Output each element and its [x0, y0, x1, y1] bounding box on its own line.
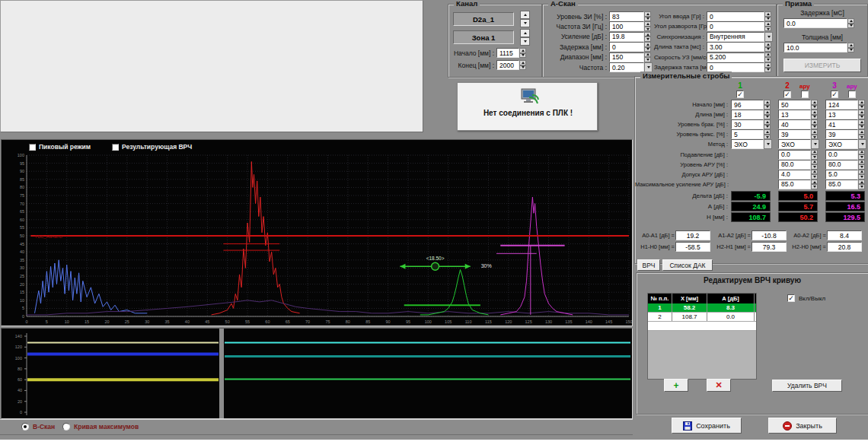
- strobe-r7c1-spinner[interactable]: [811, 170, 818, 180]
- peak-mode-checkbox[interactable]: [29, 144, 36, 151]
- ascan-chart[interactable]: 0510152025303540455055606570758085909510…: [1, 139, 633, 326]
- strobe-r4c2-dropdown-icon[interactable]: [858, 139, 866, 149]
- strobe-row-0-col2-field[interactable]: 50: [778, 100, 811, 110]
- ascan-r2-dropdown-icon[interactable]: [764, 32, 773, 42]
- strobe-row-3-col2-field[interactable]: 39: [778, 129, 811, 139]
- ascan-r0-spinner[interactable]: [764, 11, 771, 21]
- strobe-r7c2-spinner[interactable]: [858, 170, 865, 180]
- vrc-table-row[interactable]: 2108.70.0: [648, 313, 756, 322]
- ascan-r1-spinner[interactable]: [764, 21, 771, 31]
- ascan-l3-spinner[interactable]: [644, 42, 651, 52]
- save-button[interactable]: Сохранить: [672, 418, 742, 434]
- strobe-r6c1-spinner[interactable]: [811, 160, 818, 170]
- strobe-row-7-col2-field[interactable]: 4.0: [778, 170, 811, 180]
- strobe-row-6-col2-field[interactable]: 80.0: [778, 160, 811, 170]
- zone-spin-down-icon[interactable]: [520, 37, 530, 46]
- channel-start-spinner[interactable]: [519, 48, 526, 58]
- zone-spinner[interactable]: [520, 29, 530, 46]
- strobe-3-aru-checkbox[interactable]: [848, 91, 856, 98]
- ascan-l3-field[interactable]: 0: [609, 42, 644, 52]
- bscan-radio[interactable]: [21, 423, 29, 431]
- diff-0-0-field[interactable]: 19.2: [675, 230, 710, 240]
- strobe-r3c1-spinner[interactable]: [811, 129, 818, 139]
- tab-vrc[interactable]: ВРЧ: [637, 259, 660, 271]
- prism-delay-field[interactable]: 0.0: [783, 18, 847, 28]
- ascan-l2-spinner[interactable]: [644, 32, 651, 42]
- strobe-r4c1-dropdown-icon[interactable]: [811, 139, 819, 149]
- strobe-row-8-col2-field[interactable]: 85.0: [778, 180, 811, 189]
- strobe-row-1-col3-field[interactable]: 13: [825, 110, 858, 119]
- prism-thickness-spinner[interactable]: [847, 43, 854, 52]
- channel-spin-down-icon[interactable]: [520, 19, 530, 27]
- ascan-r3-field[interactable]: 3.00: [707, 42, 764, 52]
- close-button[interactable]: Закрыть: [768, 418, 837, 434]
- vrc-delete-button[interactable]: Удалить ВРЧ: [772, 380, 842, 392]
- strobe-row-7-col3-field[interactable]: 5.0: [825, 170, 858, 180]
- strobe-row-5-col2-field[interactable]: 0.0: [778, 150, 811, 160]
- strobe-r5c2-spinner[interactable]: [858, 150, 865, 160]
- ascan-r1-field[interactable]: 0: [707, 21, 764, 31]
- channel-start-field[interactable]: 1115: [496, 48, 519, 58]
- ascan-r3-spinner[interactable]: [764, 42, 771, 52]
- strobe-row-0-col1-field[interactable]: 96: [731, 100, 764, 110]
- strobe-row-8-col3-field[interactable]: 85.0: [825, 180, 858, 189]
- diff-0-1-field[interactable]: -10.8: [752, 230, 787, 240]
- strobe-r3c2-spinner[interactable]: [858, 129, 865, 139]
- vrc-table[interactable]: № п.п.X [мм]А [дБ]158.28.32108.70.0: [647, 293, 757, 380]
- ascan-l5-field[interactable]: 0.20: [609, 62, 644, 72]
- vrc-remove-point-button[interactable]: ✕: [707, 379, 731, 392]
- strobe-row-1-col2-field[interactable]: 13: [778, 110, 811, 119]
- result-vrc-checkbox[interactable]: [112, 144, 119, 151]
- strobe-r0c1-spinner[interactable]: [811, 100, 818, 110]
- bscan-chart[interactable]: 020406080100120140: [1, 328, 633, 419]
- strobe-r2c2-spinner[interactable]: [858, 119, 865, 129]
- channel-end-spinner[interactable]: [519, 60, 526, 70]
- channel-spinner[interactable]: [520, 11, 530, 27]
- ascan-r0-field[interactable]: 0: [707, 11, 764, 21]
- diff-1-1-field[interactable]: 79.3: [752, 242, 787, 252]
- strobe-r6c2-spinner[interactable]: [858, 160, 865, 170]
- strobe-2-aru-checkbox[interactable]: [801, 91, 809, 98]
- diff-1-0-field[interactable]: -58.5: [675, 242, 710, 252]
- strobe-row-2-col1-field[interactable]: 30: [731, 119, 764, 129]
- channel-spin-up-icon[interactable]: [520, 11, 530, 19]
- strobe-row-2-col2-field[interactable]: 40: [778, 119, 811, 129]
- diff-0-2-field[interactable]: 8.4: [827, 230, 862, 240]
- strobe-r2c1-spinner[interactable]: [811, 119, 818, 129]
- zone-spin-up-icon[interactable]: [520, 29, 530, 37]
- vrc-enable-checkbox[interactable]: ✓: [787, 294, 795, 302]
- strobe-r8c2-spinner[interactable]: [858, 180, 865, 189]
- strobe-row-6-col3-field[interactable]: 80.0: [825, 160, 858, 170]
- ascan-r4-field[interactable]: 5.200: [707, 52, 764, 62]
- strobe-row-0-col3-field[interactable]: 124: [825, 100, 858, 110]
- ascan-l0-field[interactable]: 83: [609, 11, 644, 21]
- strobe-r8c1-spinner[interactable]: [811, 180, 818, 189]
- diff-1-2-field[interactable]: 20.8: [827, 242, 862, 252]
- ascan-l0-spinner[interactable]: [644, 11, 651, 21]
- measure-button[interactable]: ИЗМЕРИТЬ: [783, 59, 861, 72]
- vrc-table-row[interactable]: 158.28.3: [648, 303, 756, 313]
- zone-selector[interactable]: Зона 1: [453, 30, 514, 44]
- strobe-r1c1-spinner[interactable]: [811, 110, 818, 119]
- strobe-row-4-col1-field[interactable]: ЭХО: [731, 139, 764, 149]
- strobe-row-3-col1-field[interactable]: 5: [731, 129, 764, 139]
- ascan-l1-spinner[interactable]: [644, 21, 651, 31]
- ascan-l4-spinner[interactable]: [644, 52, 651, 62]
- strobe-r1c2-spinner[interactable]: [858, 110, 865, 119]
- strobe-row-3-col3-field[interactable]: 39: [825, 129, 858, 139]
- strobe-row-5-col3-field[interactable]: 0.0: [825, 150, 858, 160]
- strobe-2-enable-checkbox[interactable]: ✓: [783, 91, 791, 98]
- strobe-r2c0-spinner[interactable]: [764, 119, 771, 129]
- tab-dak[interactable]: Список ДАК: [662, 259, 713, 271]
- strobe-3-enable-checkbox[interactable]: ✓: [831, 91, 838, 98]
- strobe-1-enable-checkbox[interactable]: ✓: [736, 91, 744, 98]
- prism-delay-spinner[interactable]: [847, 18, 854, 28]
- strobe-r0c0-spinner[interactable]: [764, 100, 771, 110]
- ascan-l1-field[interactable]: 100: [609, 21, 644, 31]
- vrc-add-point-button[interactable]: +: [664, 379, 688, 392]
- strobe-r5c1-spinner[interactable]: [811, 150, 818, 160]
- strobe-r1c0-spinner[interactable]: [764, 110, 771, 119]
- ascan-r4-spinner[interactable]: [764, 52, 771, 62]
- prism-thickness-field[interactable]: 10.0: [783, 43, 847, 52]
- strobe-row-4-col2-field[interactable]: ЭХО: [778, 139, 811, 149]
